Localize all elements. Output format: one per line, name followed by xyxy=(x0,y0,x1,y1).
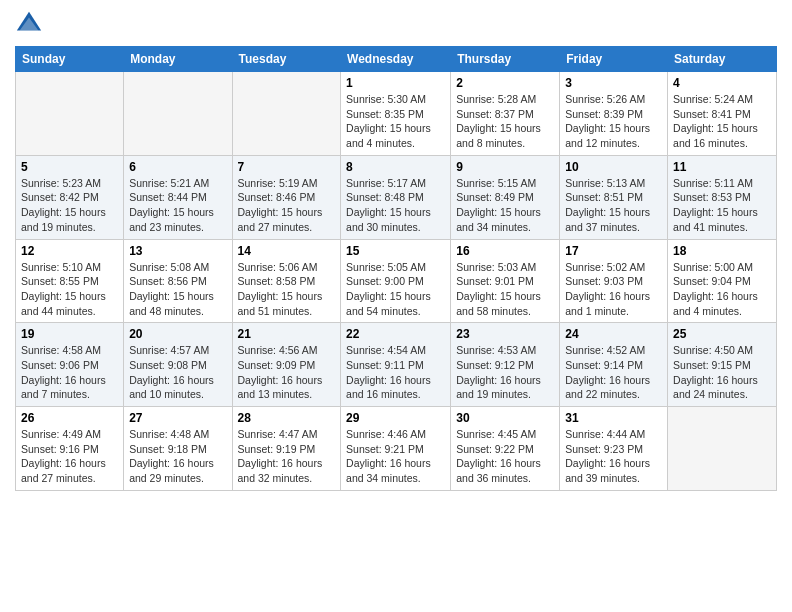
daylight-text: Daylight: 16 hours and 34 minutes. xyxy=(346,456,445,485)
header-friday: Friday xyxy=(560,47,668,72)
daylight-text: Daylight: 16 hours and 27 minutes. xyxy=(21,456,118,485)
calendar-day-cell: 22Sunrise: 4:54 AMSunset: 9:11 PMDayligh… xyxy=(341,323,451,407)
calendar-day-cell xyxy=(232,72,341,156)
header-thursday: Thursday xyxy=(451,47,560,72)
daylight-text: Daylight: 15 hours and 44 minutes. xyxy=(21,289,118,318)
sunset-text: Sunset: 9:06 PM xyxy=(21,358,118,373)
sunset-text: Sunset: 8:35 PM xyxy=(346,107,445,122)
day-info: Sunrise: 5:24 AMSunset: 8:41 PMDaylight:… xyxy=(673,92,771,151)
day-number: 5 xyxy=(21,160,118,174)
day-info: Sunrise: 5:11 AMSunset: 8:53 PMDaylight:… xyxy=(673,176,771,235)
daylight-text: Daylight: 16 hours and 16 minutes. xyxy=(346,373,445,402)
sunrise-text: Sunrise: 5:19 AM xyxy=(238,176,336,191)
day-info: Sunrise: 5:06 AMSunset: 8:58 PMDaylight:… xyxy=(238,260,336,319)
sunrise-text: Sunrise: 4:56 AM xyxy=(238,343,336,358)
sunrise-text: Sunrise: 5:02 AM xyxy=(565,260,662,275)
calendar-day-cell: 23Sunrise: 4:53 AMSunset: 9:12 PMDayligh… xyxy=(451,323,560,407)
sunset-text: Sunset: 9:14 PM xyxy=(565,358,662,373)
day-info: Sunrise: 5:15 AMSunset: 8:49 PMDaylight:… xyxy=(456,176,554,235)
calendar-day-cell: 27Sunrise: 4:48 AMSunset: 9:18 PMDayligh… xyxy=(124,407,232,491)
calendar-day-cell: 5Sunrise: 5:23 AMSunset: 8:42 PMDaylight… xyxy=(16,155,124,239)
day-number: 20 xyxy=(129,327,226,341)
sunrise-text: Sunrise: 5:13 AM xyxy=(565,176,662,191)
day-info: Sunrise: 4:56 AMSunset: 9:09 PMDaylight:… xyxy=(238,343,336,402)
day-info: Sunrise: 4:52 AMSunset: 9:14 PMDaylight:… xyxy=(565,343,662,402)
sunset-text: Sunset: 9:09 PM xyxy=(238,358,336,373)
daylight-text: Daylight: 15 hours and 54 minutes. xyxy=(346,289,445,318)
day-info: Sunrise: 5:26 AMSunset: 8:39 PMDaylight:… xyxy=(565,92,662,151)
day-number: 15 xyxy=(346,244,445,258)
sunrise-text: Sunrise: 5:06 AM xyxy=(238,260,336,275)
daylight-text: Daylight: 15 hours and 58 minutes. xyxy=(456,289,554,318)
day-info: Sunrise: 5:03 AMSunset: 9:01 PMDaylight:… xyxy=(456,260,554,319)
sunrise-text: Sunrise: 5:26 AM xyxy=(565,92,662,107)
sunrise-text: Sunrise: 5:17 AM xyxy=(346,176,445,191)
logo xyxy=(15,10,47,38)
sunset-text: Sunset: 8:58 PM xyxy=(238,274,336,289)
daylight-text: Daylight: 16 hours and 32 minutes. xyxy=(238,456,336,485)
sunrise-text: Sunrise: 5:10 AM xyxy=(21,260,118,275)
day-info: Sunrise: 4:46 AMSunset: 9:21 PMDaylight:… xyxy=(346,427,445,486)
calendar-day-cell: 11Sunrise: 5:11 AMSunset: 8:53 PMDayligh… xyxy=(668,155,777,239)
daylight-text: Daylight: 15 hours and 4 minutes. xyxy=(346,121,445,150)
day-info: Sunrise: 5:05 AMSunset: 9:00 PMDaylight:… xyxy=(346,260,445,319)
day-number: 21 xyxy=(238,327,336,341)
sunrise-text: Sunrise: 4:47 AM xyxy=(238,427,336,442)
day-number: 8 xyxy=(346,160,445,174)
day-number: 28 xyxy=(238,411,336,425)
calendar-day-cell: 8Sunrise: 5:17 AMSunset: 8:48 PMDaylight… xyxy=(341,155,451,239)
day-number: 14 xyxy=(238,244,336,258)
day-number: 4 xyxy=(673,76,771,90)
day-number: 17 xyxy=(565,244,662,258)
day-info: Sunrise: 5:17 AMSunset: 8:48 PMDaylight:… xyxy=(346,176,445,235)
daylight-text: Daylight: 16 hours and 39 minutes. xyxy=(565,456,662,485)
day-number: 18 xyxy=(673,244,771,258)
day-number: 23 xyxy=(456,327,554,341)
daylight-text: Daylight: 16 hours and 7 minutes. xyxy=(21,373,118,402)
sunrise-text: Sunrise: 4:44 AM xyxy=(565,427,662,442)
day-number: 31 xyxy=(565,411,662,425)
calendar-day-cell: 17Sunrise: 5:02 AMSunset: 9:03 PMDayligh… xyxy=(560,239,668,323)
header-tuesday: Tuesday xyxy=(232,47,341,72)
calendar-week-row: 12Sunrise: 5:10 AMSunset: 8:55 PMDayligh… xyxy=(16,239,777,323)
calendar-day-cell: 10Sunrise: 5:13 AMSunset: 8:51 PMDayligh… xyxy=(560,155,668,239)
daylight-text: Daylight: 15 hours and 37 minutes. xyxy=(565,205,662,234)
day-info: Sunrise: 5:13 AMSunset: 8:51 PMDaylight:… xyxy=(565,176,662,235)
day-info: Sunrise: 5:02 AMSunset: 9:03 PMDaylight:… xyxy=(565,260,662,319)
daylight-text: Daylight: 15 hours and 19 minutes. xyxy=(21,205,118,234)
sunrise-text: Sunrise: 4:46 AM xyxy=(346,427,445,442)
sunset-text: Sunset: 8:48 PM xyxy=(346,190,445,205)
calendar-day-cell: 6Sunrise: 5:21 AMSunset: 8:44 PMDaylight… xyxy=(124,155,232,239)
calendar-day-cell: 1Sunrise: 5:30 AMSunset: 8:35 PMDaylight… xyxy=(341,72,451,156)
day-info: Sunrise: 4:57 AMSunset: 9:08 PMDaylight:… xyxy=(129,343,226,402)
day-number: 22 xyxy=(346,327,445,341)
day-number: 26 xyxy=(21,411,118,425)
day-number: 30 xyxy=(456,411,554,425)
calendar-week-row: 19Sunrise: 4:58 AMSunset: 9:06 PMDayligh… xyxy=(16,323,777,407)
day-info: Sunrise: 5:08 AMSunset: 8:56 PMDaylight:… xyxy=(129,260,226,319)
daylight-text: Daylight: 16 hours and 4 minutes. xyxy=(673,289,771,318)
calendar-day-cell xyxy=(668,407,777,491)
sunset-text: Sunset: 8:39 PM xyxy=(565,107,662,122)
daylight-text: Daylight: 16 hours and 24 minutes. xyxy=(673,373,771,402)
sunrise-text: Sunrise: 5:05 AM xyxy=(346,260,445,275)
day-info: Sunrise: 4:49 AMSunset: 9:16 PMDaylight:… xyxy=(21,427,118,486)
sunset-text: Sunset: 9:12 PM xyxy=(456,358,554,373)
sunset-text: Sunset: 8:55 PM xyxy=(21,274,118,289)
calendar-day-cell xyxy=(16,72,124,156)
calendar-day-cell: 13Sunrise: 5:08 AMSunset: 8:56 PMDayligh… xyxy=(124,239,232,323)
calendar-day-cell: 28Sunrise: 4:47 AMSunset: 9:19 PMDayligh… xyxy=(232,407,341,491)
sunrise-text: Sunrise: 4:50 AM xyxy=(673,343,771,358)
daylight-text: Daylight: 15 hours and 16 minutes. xyxy=(673,121,771,150)
sunrise-text: Sunrise: 4:48 AM xyxy=(129,427,226,442)
day-number: 2 xyxy=(456,76,554,90)
sunrise-text: Sunrise: 5:21 AM xyxy=(129,176,226,191)
sunset-text: Sunset: 9:03 PM xyxy=(565,274,662,289)
sunrise-text: Sunrise: 5:30 AM xyxy=(346,92,445,107)
calendar-week-row: 1Sunrise: 5:30 AMSunset: 8:35 PMDaylight… xyxy=(16,72,777,156)
sunrise-text: Sunrise: 5:24 AM xyxy=(673,92,771,107)
header-sunday: Sunday xyxy=(16,47,124,72)
calendar-day-cell: 25Sunrise: 4:50 AMSunset: 9:15 PMDayligh… xyxy=(668,323,777,407)
logo-icon xyxy=(15,10,43,38)
sunset-text: Sunset: 9:18 PM xyxy=(129,442,226,457)
